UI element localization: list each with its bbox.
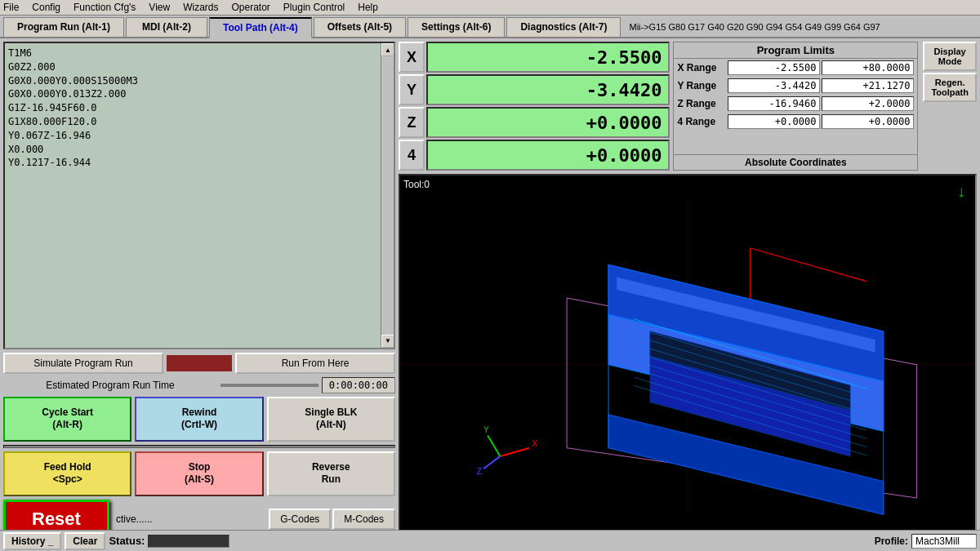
limits-label-x: X Range [677,62,726,73]
menu-help[interactable]: Help [358,2,378,13]
limits-max-y: +21.1270 [822,78,914,93]
gcode-text: T1M6 G0Z2.000 G0X0.000Y0.000S15000M3 G0X… [5,43,394,173]
cycle-start-button[interactable]: Cycle Start(Alt-R) [3,397,131,442]
menu-file[interactable]: File [3,2,19,13]
rewind-button[interactable]: Rewind(Crtl-W) [135,397,263,442]
profile-value: Mach3Mill [911,534,977,549]
limits-row-z: Z Range -16.9460 +2.0000 [674,95,917,113]
simulate-program-run-button[interactable]: Simulate Program Run [3,353,163,374]
limits-footer: Absolute Coordinates [674,154,917,170]
coords-area: X -2.5500 Y -3.4420 Z +0.0000 4 +0.0000 [399,42,977,171]
feed-hold-button[interactable]: Feed Hold<Spc> [3,451,131,496]
menu-function-cfgs[interactable]: Function Cfg's [74,2,136,13]
gcode-line-0: T1M6 [8,47,377,60]
limits-min-x: -2.5500 [728,60,820,75]
tab-diagnostics[interactable]: Diagnostics (Alt-7) [506,17,621,37]
limits-min-4: +0.0000 [728,114,820,129]
control-buttons: Cycle Start(Alt-R) Rewind(Crtl-W) Single… [3,397,395,496]
limits-max-4: +0.0000 [822,114,914,129]
svg-text:X: X [532,439,537,448]
menu-wizards[interactable]: Wizards [183,2,218,13]
axis-row-4: 4 +0.0000 [399,140,670,171]
limits-row-y: Y Range -3.4420 +21.1270 [674,77,917,95]
gcode-scrollbar[interactable]: ▲ ▼ [381,43,394,348]
estimated-runtime-label: Estimated Program Run Time [3,380,217,391]
svg-text:Z: Z [477,467,482,476]
clear-button[interactable]: Clear [65,532,105,550]
gcode-line-5: G1X80.000F120.0 [8,115,377,129]
gcode-display[interactable]: T1M6 G0Z2.000 G0X0.000Y0.000S15000M3 G0X… [3,42,395,349]
axis-row-x: X -2.5500 [399,42,670,73]
limits-row-4: 4 Range +0.0000 +0.0000 [674,113,917,131]
axis-value-z: +0.0000 [426,107,670,138]
limits-min-y: -3.4420 [728,78,820,93]
limits-label-z: Z Range [677,98,726,109]
sim-bar: Simulate Program Run Run From Here [3,353,395,374]
tab-tool-path[interactable]: Tool Path (Alt-4) [209,17,312,38]
gcode-line-3: G0X0.000Y0.013Z2.000 [8,87,377,101]
tab-settings[interactable]: Settings (Alt-6) [408,17,505,37]
limits-row-x: X Range -2.5500 +80.0000 [674,59,917,77]
gcode-line-7: X0.000 [8,143,377,157]
axis-panel: X -2.5500 Y -3.4420 Z +0.0000 4 +0.0000 [399,42,670,171]
axis-row-z: Z +0.0000 [399,107,670,138]
axis-value-y: -3.4420 [426,74,670,105]
axis-label-x: X [399,42,425,73]
axis-value-x: -2.5500 [426,42,670,73]
scroll-track[interactable] [381,56,394,335]
button-separator [3,445,395,448]
main-content: T1M6 G0Z2.000 G0X0.000Y0.000S15000M3 G0X… [0,38,980,542]
scroll-up-btn[interactable]: ▲ [381,43,394,56]
stop-button[interactable]: Stop(Alt-S) [135,451,263,496]
bottom-codes: G-Codes M-Codes [269,509,395,530]
gcodes-button[interactable]: G-Codes [269,509,331,530]
tab-offsets[interactable]: Offsets (Alt-5) [314,17,406,37]
gcode-line-6: Y0.067Z-16.946 [8,129,377,143]
svg-text:Y: Y [483,425,489,434]
axis-value-4: +0.0000 [426,140,670,171]
gcode-line-4: G1Z-16.945F60.0 [8,101,377,115]
gcode-line-2: G0X0.000Y0.000S15000M3 [8,74,377,88]
limits-min-z: -16.9460 [728,96,820,111]
regen-toolpath-button[interactable]: Regen.Toolpath [923,73,977,102]
limits-label-4: 4 Range [677,116,726,127]
mcodes-button[interactable]: M-Codes [332,509,395,530]
tab-mdi[interactable]: MDI (Alt-2) [126,17,207,37]
axis-label-z: Z [399,107,425,138]
limits-label-y: Y Range [677,80,726,91]
viewport[interactable]: Tool:0 ↓ [399,174,977,539]
history-button[interactable]: History _ [3,532,61,550]
gcode-line-1: G0Z2.000 [8,60,377,74]
program-limits-panel: Program Limits X Range -2.5500 +80.0000 … [673,42,918,171]
tab-program-run[interactable]: Program Run (Alt-1) [3,17,124,37]
sim-progress-bar [167,355,232,371]
profile-label: Profile: [875,535,908,547]
active-label: ctive...... [116,513,153,525]
display-buttons: DisplayMode Regen.Toolpath [923,42,977,171]
viewport-tool-label: Tool:0 [403,179,430,190]
gcode-status: Mii->G15 G80 G17 G40 G20 G90 G94 G54 G49… [622,19,980,35]
runtime-value: 0:00:00:00 [322,377,395,393]
menu-plugin-control[interactable]: Plugin Control [283,2,345,13]
menu-operator[interactable]: Operator [232,2,270,13]
status-label: Status: [109,535,145,547]
single-blk-button[interactable]: Single BLK(Alt-N) [267,397,395,442]
status-indicator [148,535,229,548]
limits-max-z: +2.0000 [822,96,914,111]
run-from-here-button[interactable]: Run From Here [235,353,395,374]
right-panel: X -2.5500 Y -3.4420 Z +0.0000 4 +0.0000 [399,42,977,539]
display-mode-button[interactable]: DisplayMode [923,42,977,71]
axis-row-y: Y -3.4420 [399,74,670,105]
reverse-run-button[interactable]: ReverseRun [267,451,395,496]
limits-max-x: +80.0000 [822,60,914,75]
menu-view[interactable]: View [149,2,170,13]
tabbar: Program Run (Alt-1) MDI (Alt-2) Tool Pat… [0,16,980,38]
axis-label-4: 4 [399,140,425,171]
scroll-down-btn[interactable]: ▼ [381,335,394,348]
viewport-arrow-icon: ↓ [957,182,965,201]
menu-config[interactable]: Config [32,2,60,13]
runtime-bar: Estimated Program Run Time 0:00:00:00 [3,377,395,393]
axis-label-y: Y [399,74,425,105]
menubar: File Config Function Cfg's View Wizards … [0,0,980,16]
statusbar: History _ Clear Status: Profile: Mach3Mi… [0,530,980,551]
